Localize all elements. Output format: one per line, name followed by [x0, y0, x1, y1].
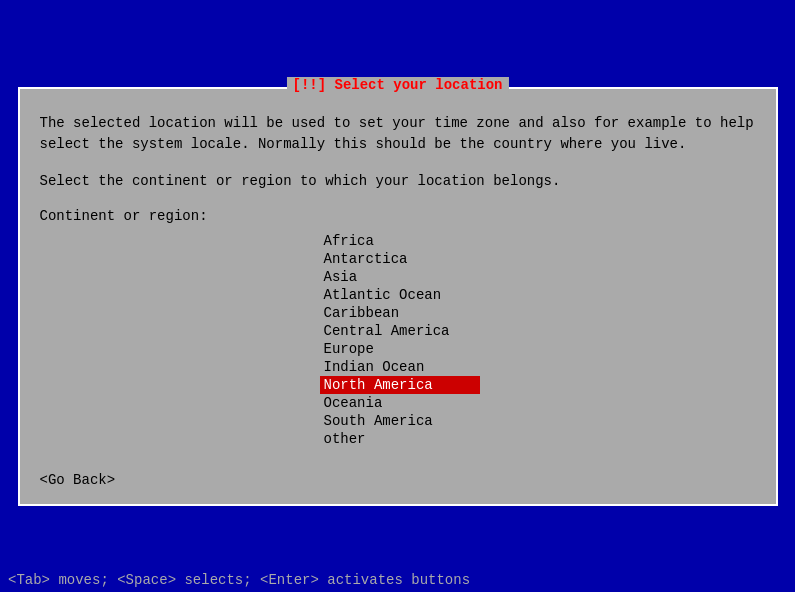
dialog: [!!] Select your location The selected l…: [18, 87, 778, 506]
list-item[interactable]: Asia: [320, 268, 480, 286]
dialog-content: The selected location will be used to se…: [20, 89, 776, 504]
list-item[interactable]: Central America: [320, 322, 480, 340]
screen: [!!] Select your location The selected l…: [0, 0, 795, 592]
list-item[interactable]: Europe: [320, 340, 480, 358]
go-back-button[interactable]: <Go Back>: [40, 472, 116, 488]
description-line1: The selected location will be used to se…: [40, 115, 754, 131]
description-line2: select the system locale. Normally this …: [40, 136, 687, 152]
list-item[interactable]: other: [320, 430, 480, 448]
list-item[interactable]: Antarctica: [320, 250, 480, 268]
status-bar: <Tab> moves; <Space> selects; <Enter> ac…: [0, 568, 795, 592]
dialog-title: [!!] Select your location: [292, 77, 502, 93]
list-item[interactable]: Atlantic Ocean: [320, 286, 480, 304]
dialog-title-bar: [!!] Select your location: [286, 77, 508, 93]
instruction: Select the continent or region to which …: [40, 171, 756, 192]
list-item[interactable]: Oceania: [320, 394, 480, 412]
list-item[interactable]: Caribbean: [320, 304, 480, 322]
description: The selected location will be used to se…: [40, 113, 756, 155]
list-item[interactable]: South America: [320, 412, 480, 430]
list-item[interactable]: Africa: [320, 232, 480, 250]
location-list: AfricaAntarcticaAsiaAtlantic OceanCaribb…: [320, 232, 756, 448]
section-label: Continent or region:: [40, 208, 756, 224]
list-item[interactable]: Indian Ocean: [320, 358, 480, 376]
list-item[interactable]: North America: [320, 376, 480, 394]
